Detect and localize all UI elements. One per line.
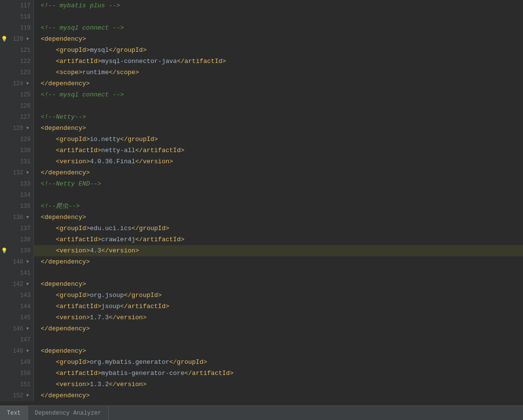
line-content: <version>4.0.36.Final</version> [34, 156, 518, 167]
line-content: <artifactId>netty-all</artifactId> [34, 145, 518, 156]
line-gutter: 129 [0, 134, 34, 145]
bulb-icon[interactable]: 💡 [1, 248, 8, 254]
line-content [34, 267, 518, 279]
table-row: 151 <version>1.3.2</version> [0, 379, 523, 390]
line-number: 126 [20, 103, 31, 109]
line-content: <scope>runtime</scope> [34, 67, 518, 78]
table-row: 136▼<dependency> [0, 212, 523, 223]
line-gutter: 126 [0, 100, 34, 111]
line-gutter: 132▼ [0, 167, 34, 178]
bulb-icon[interactable]: 💡 [1, 36, 8, 42]
line-gutter: 141 [0, 267, 34, 279]
line-content: <version>1.3.2</version> [34, 379, 518, 390]
line-number: 122 [20, 58, 31, 65]
line-number: 119 [20, 25, 31, 31]
table-row: 124▼</dependency> [0, 78, 523, 89]
line-content: <dependency> [34, 212, 518, 223]
line-number: 140 [13, 259, 23, 265]
line-gutter: 150 [0, 368, 34, 379]
line-gutter: 149 [0, 357, 34, 368]
fold-icon[interactable]: ▼ [25, 326, 31, 332]
line-number: 152 [13, 392, 23, 399]
line-content: <!-- mysql connect --> [34, 22, 518, 33]
line-content: <artifactId>jsoup</artifactId> [34, 301, 518, 312]
table-row: 143 <groupId>org.jsoup</groupId> [0, 290, 523, 301]
line-content: <groupId>org.mybatis.generator</groupId> [34, 357, 518, 368]
line-number: 141 [20, 270, 31, 277]
line-content: <groupId>org.jsoup</groupId> [34, 290, 518, 301]
fold-icon[interactable]: ▼ [25, 36, 31, 42]
line-gutter: 134 [0, 189, 34, 201]
line-content: <artifactId>mysql-connector-java</artifa… [34, 56, 518, 67]
fold-icon[interactable]: ▼ [25, 259, 31, 265]
line-number: 120 [13, 36, 23, 43]
line-number: 148 [13, 348, 23, 355]
line-content: <groupId>io.netty</groupId> [34, 134, 518, 145]
line-gutter: 127 [0, 111, 34, 123]
table-row: 128▼<dependency> [0, 123, 523, 134]
fold-icon[interactable]: ▼ [25, 170, 31, 176]
line-content [34, 11, 518, 22]
line-content: <dependency> [34, 345, 518, 357]
line-number: 135 [20, 203, 31, 210]
line-number: 133 [20, 181, 31, 187]
line-gutter: 136▼ [0, 212, 34, 223]
line-gutter: 133 [0, 178, 34, 189]
editor-area: 117<!-- mybatis plus -->118 119<!-- mysq… [0, 0, 523, 405]
line-gutter: 💡139 [0, 245, 34, 256]
line-number: 131 [20, 158, 31, 165]
line-number: 151 [20, 381, 31, 388]
line-content: </dependency> [34, 256, 518, 267]
line-number: 128 [13, 125, 23, 132]
tab-dependency-analyzer[interactable]: Dependency Analyzer [28, 406, 109, 420]
line-content: <dependency> [34, 123, 518, 134]
line-number: 123 [20, 69, 31, 76]
table-row: 123 <scope>runtime</scope> [0, 67, 523, 78]
line-content: <groupId>mysql</groupId> [34, 45, 518, 56]
fold-icon[interactable]: ▼ [25, 281, 31, 287]
line-number: 149 [20, 359, 31, 366]
line-content: </dependency> [34, 323, 518, 334]
line-content: <version>4.3</version> [34, 245, 518, 256]
table-row: 121 <groupId>mysql</groupId> [0, 45, 523, 56]
line-gutter: 117 [0, 0, 34, 11]
fold-icon[interactable]: ▼ [25, 81, 31, 87]
tab-text[interactable]: Text [0, 406, 28, 420]
line-content: </dependency> [34, 167, 518, 178]
line-number: 143 [20, 292, 31, 299]
line-gutter: 119 [0, 22, 34, 33]
table-row: 144 <artifactId>jsoup</artifactId> [0, 301, 523, 312]
line-content [34, 100, 518, 111]
fold-icon[interactable]: ▼ [25, 125, 31, 131]
line-gutter: 148▼ [0, 345, 34, 357]
table-row: 126 [0, 100, 523, 111]
line-gutter: 125 [0, 89, 34, 100]
line-gutter: 152▼ [0, 390, 34, 401]
table-row: 145 <version>1.7.3</version> [0, 312, 523, 323]
fold-icon[interactable]: ▼ [25, 215, 31, 220]
line-content: <groupId>edu.uci.ics</groupId> [34, 223, 518, 234]
line-number: 129 [20, 136, 31, 143]
line-gutter: 118 [0, 11, 34, 22]
line-gutter: 138 [0, 234, 34, 245]
fold-icon[interactable]: ▼ [25, 393, 31, 399]
table-row: 117<!-- mybatis plus --> [0, 0, 523, 11]
table-row: 148▼<dependency> [0, 345, 523, 357]
line-number: 124 [13, 80, 23, 87]
table-row: 152▼</dependency> [0, 390, 523, 401]
table-row: 125<!-- mysql connect --> [0, 89, 523, 100]
table-row: 129 <groupId>io.netty</groupId> [0, 134, 523, 145]
line-content: <!--爬虫--> [34, 201, 518, 212]
table-row: 122 <artifactId>mysql-connector-java</ar… [0, 56, 523, 67]
table-row: 127<!--Netty--> [0, 111, 523, 123]
table-row: 💡139 <version>4.3</version> [0, 245, 523, 256]
line-number: 142 [13, 281, 23, 288]
line-content [34, 189, 518, 201]
line-number: 147 [20, 337, 31, 343]
line-gutter: 121 [0, 45, 34, 56]
line-number: 130 [20, 147, 31, 154]
table-row: 140▼</dependency> [0, 256, 523, 267]
line-gutter: 140▼ [0, 256, 34, 267]
fold-icon[interactable]: ▼ [25, 348, 31, 354]
code-lines[interactable]: 117<!-- mybatis plus -->118 119<!-- mysq… [0, 0, 523, 405]
